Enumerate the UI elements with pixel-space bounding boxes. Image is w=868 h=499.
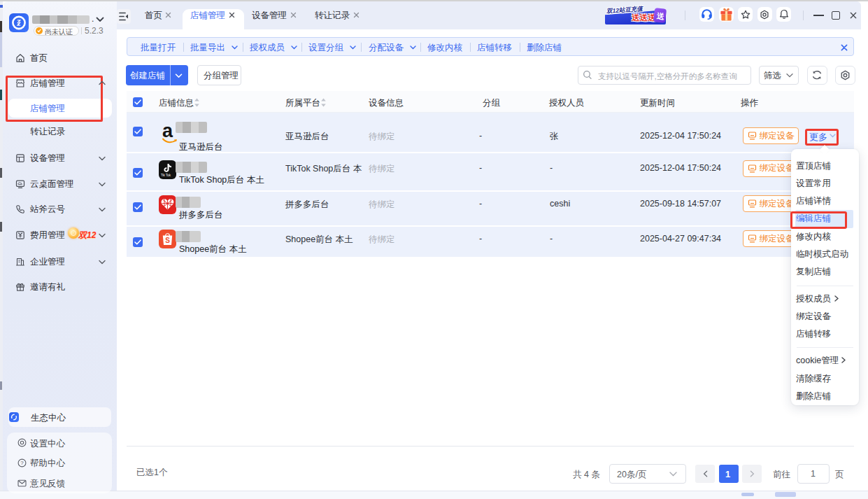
svg-text:?: ? [20,460,24,466]
svg-text:S: S [165,237,170,244]
